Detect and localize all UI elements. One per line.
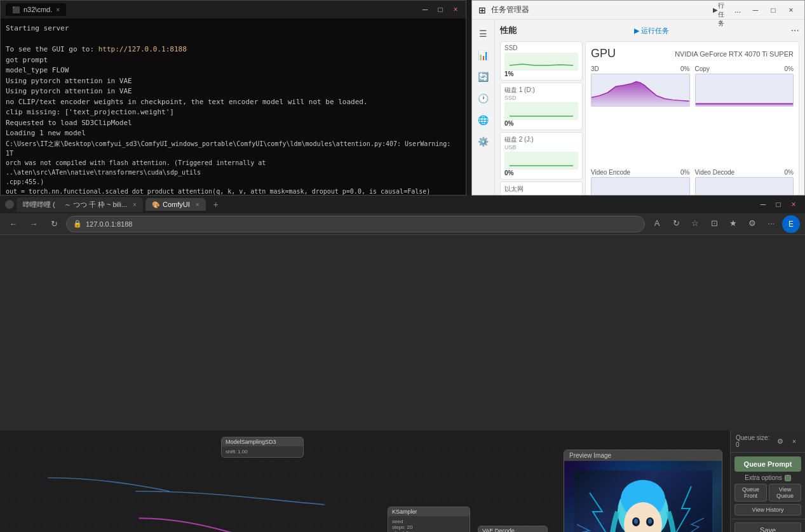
anime-output-image	[564, 461, 722, 532]
run-label: 运行任务	[641, 26, 669, 36]
node-vaedecode[interactable]: VAE Decode tiled	[478, 526, 548, 532]
gpu-vencode-section: Video Encode0%	[591, 169, 690, 195]
browser-titlebar: 哔哩哔哩 ( ～ つつ 千 枠 ~ bili... × 🎨 ComfyUI × …	[0, 196, 805, 213]
browser-profile-btn[interactable]: E	[782, 215, 800, 233]
browser-title-icons: ─ □ ×	[757, 198, 800, 211]
perf-item-ssd[interactable]: SSD 1%	[500, 41, 583, 81]
gpu-vencode-label: Video Encode0%	[591, 169, 690, 176]
cmd-terminal-window: ⬛ n32\cmd. × ─ □ × Starting server To se…	[0, 0, 466, 196]
nav-url-text: 127.0.0.1:8188	[86, 220, 132, 228]
browser-minimize-btn[interactable]: ─	[757, 198, 769, 211]
queue-close-icon[interactable]: ×	[788, 436, 800, 447]
gpu-copy-label: Copy0%	[695, 65, 794, 72]
gpu-vdecode-chart	[695, 177, 794, 195]
cmd-line: Starting server	[6, 23, 461, 34]
browser-new-tab-btn[interactable]: +	[208, 197, 224, 212]
taskman-maximize-btn[interactable]: □	[766, 3, 780, 17]
queue-size-text: Queue size: 0	[736, 434, 775, 448]
svg-marker-0	[592, 82, 689, 106]
sidebar-settings-icon[interactable]: ⚙️	[475, 133, 492, 150]
cmd-line: Loading 1 new model	[6, 128, 461, 139]
taskman-sidebar: ☰ 📊 🔄 🕐 🌐 ⚙️	[472, 20, 495, 195]
cmd-line: Using pytorch attention in VAE	[6, 86, 461, 97]
sidebar-history-icon[interactable]: 🕐	[475, 90, 492, 107]
perf-disk1-name: 磁盘 1 (D:)	[504, 86, 578, 95]
sidebar-proc-icon[interactable]: 🔄	[475, 68, 492, 86]
minimize-icon[interactable]: ─	[420, 4, 430, 15]
taskman-minimize-btn[interactable]: ─	[748, 3, 762, 17]
save-button[interactable]: Save	[734, 522, 801, 532]
taskman-more-btn[interactable]: ...	[731, 3, 745, 17]
view-queue-button[interactable]: View Queue	[769, 484, 801, 502]
sidebar-startup-icon[interactable]: 🌐	[475, 111, 492, 129]
node-modelsamplingsd3[interactable]: ModelSamplingSD3 shift: 1.00	[221, 437, 304, 458]
browser-maximize-btn[interactable]: □	[772, 198, 785, 211]
svg-point-12	[634, 519, 638, 524]
perf-disk1-val: 0%	[504, 120, 578, 127]
nav-star2-btn[interactable]: ★	[725, 215, 741, 232]
taskman-run-task-btn[interactable]: ▶ 运行任务	[713, 3, 727, 17]
cmd-line: model_type FLOW	[6, 65, 461, 76]
queue-settings-icon[interactable]: ⚙	[775, 436, 786, 447]
view-history-button[interactable]: View History	[734, 504, 801, 515]
comfyui-tab-close[interactable]: ×	[196, 201, 200, 208]
perf-item-disk2[interactable]: 磁盘 2 (J:) USB 0%	[500, 132, 583, 180]
cmd-title-icons: ─ □ ×	[420, 4, 461, 15]
output-node-title: Preview Image	[564, 450, 722, 461]
cmd-line: no CLIP/text encoder weights in checkpoi…	[6, 97, 461, 108]
bilibili-tab-close[interactable]: ×	[133, 201, 137, 208]
browser-tab-bilibili[interactable]: 哔哩哔哩 ( ～ つつ 千 枠 ~ bili... ×	[17, 197, 143, 212]
perf-item-disk1[interactable]: 磁盘 1 (D:) SSD 0%	[500, 83, 583, 130]
sidebar-perf-icon[interactable]: 📊	[475, 46, 492, 64]
node-ksampler[interactable]: KSampler seed steps: 20 cfg: 4.0 sampler…	[388, 507, 470, 532]
nav-refresh2-btn[interactable]: ↻	[668, 215, 684, 232]
output-image-node[interactable]: Preview Image	[564, 449, 722, 532]
perf-ssd-name: SSD	[504, 44, 578, 51]
nav-settings-btn[interactable]: ⚙	[744, 215, 761, 232]
cmd-tab[interactable]: ⬛ n32\cmd. ×	[6, 3, 66, 16]
more-options-btn[interactable]: ···	[791, 25, 799, 36]
nav-more-btn[interactable]: ···	[763, 215, 780, 232]
browser-navbar: ← → ↻ 🔒 127.0.0.1:8188 A ↻ ☆ ⊡ ★ ⚙ ··· E	[0, 213, 805, 235]
browser-close-btn[interactable]: ×	[787, 198, 800, 211]
sidebar-menu-icon[interactable]: ☰	[475, 25, 492, 43]
nav-translate-btn[interactable]: A	[649, 215, 665, 232]
perf-grid: SSD 1% 磁盘 1 (D:) SSD	[500, 41, 799, 187]
gpu-vdecode-label: Video Decode0%	[695, 169, 794, 176]
cmd-line: clip missing: ['text_projection.weight']	[6, 107, 461, 118]
energy-svg	[564, 461, 722, 532]
extra-options-checkbox[interactable]	[785, 475, 791, 481]
browser-tab-comfyui[interactable]: 🎨 ComfyUI ×	[145, 198, 206, 211]
nav-forward-btn[interactable]: →	[25, 216, 42, 232]
cmd-line: out = torch.nn.functional.scaled_dot_pro…	[6, 187, 461, 196]
maximize-icon[interactable]: □	[435, 4, 445, 15]
node-modelsamplingsd3-body: shift: 1.00	[222, 446, 303, 457]
cmd-tab-close[interactable]: ×	[56, 6, 60, 13]
queue-front-button[interactable]: Queue Front	[734, 484, 767, 502]
close-icon[interactable]: ×	[450, 4, 461, 15]
gpu-3d-chart	[591, 74, 690, 107]
cmd-line: To see the GUI go to: http://127.0.0.1:8…	[6, 44, 461, 55]
nav-url-bar[interactable]: 🔒 127.0.0.1:8188	[66, 216, 645, 232]
taskman-title-icons: ▶ 运行任务 ... ─ □ ×	[713, 3, 798, 17]
nav-tab-btn[interactable]: ⊡	[706, 215, 722, 232]
gpu-model: NVIDIA GeForce RTX 4070 Ti SUPER	[675, 50, 794, 58]
queue-prompt-button[interactable]: Queue Prompt	[734, 456, 801, 472]
gpu-copy-chart	[695, 74, 794, 107]
run-icon: ▶	[634, 27, 639, 35]
comfyui-canvas-area[interactable]: TripleCLIPLoader clip_name1 clip_name2 c…	[0, 430, 805, 532]
node-vaedecode-title: VAE Decode	[478, 526, 547, 532]
taskman-close-btn[interactable]: ×	[784, 3, 798, 17]
nav-star-btn[interactable]: ☆	[687, 215, 703, 232]
perf-item-eth[interactable]: 以太网 以太网 发送: 0 接收: 0 kbps	[500, 182, 583, 195]
gpu-copy-section: Copy0%	[695, 65, 794, 164]
gpu-vencode-chart	[591, 177, 690, 195]
comfy-right-panel: Queue size: 0 ⚙ × Queue Prompt Extra opt…	[730, 430, 805, 532]
nav-back-btn[interactable]: ←	[5, 216, 22, 232]
cmd-tab-label: n32\cmd.	[24, 6, 52, 13]
nav-refresh-btn[interactable]: ↻	[46, 216, 62, 232]
perf-eth-name: 以太网	[504, 185, 578, 194]
browser-window-circle1[interactable]	[5, 200, 14, 209]
cmd-line: orch was not compiled with flash attenti…	[6, 158, 461, 177]
run-task-link[interactable]: ▶ 运行任务	[634, 26, 669, 36]
